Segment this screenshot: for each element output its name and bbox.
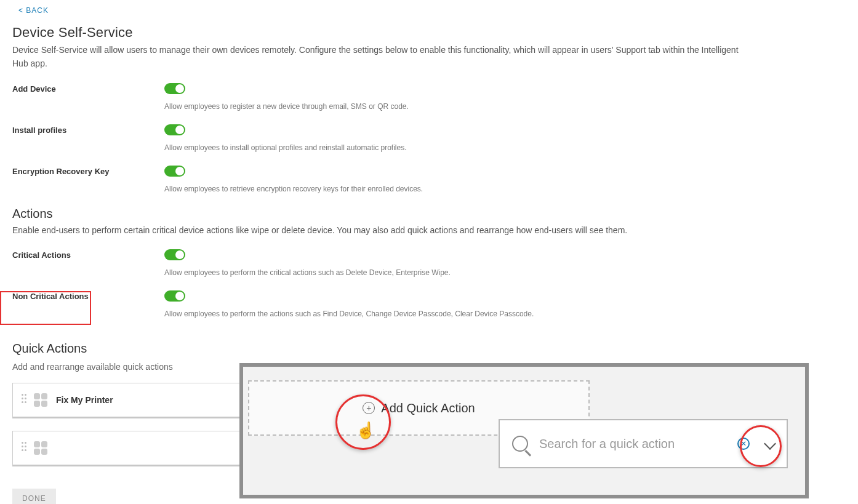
actions-description: Enable end-users to perform certain crit…	[12, 223, 751, 237]
setting-label: Install profiles	[12, 124, 164, 135]
plus-circle-icon: +	[363, 402, 375, 414]
chevron-down-icon[interactable]	[764, 438, 776, 450]
setting-critical-actions: Critical Actions Allow employees to perf…	[12, 249, 846, 277]
setting-label: Critical Actions	[12, 249, 164, 260]
toggle-encryption-recovery-key[interactable]	[164, 166, 185, 177]
setting-label: Add Device	[12, 83, 164, 94]
section-description: Device Self-Service will allow users to …	[12, 43, 751, 71]
toggle-add-device[interactable]	[164, 83, 185, 94]
setting-install-profiles: Install profiles Allow employees to inst…	[12, 124, 846, 152]
setting-help: Allow employees to perform the actions s…	[164, 310, 846, 318]
tiles-icon	[34, 393, 47, 407]
search-placeholder: Search for a quick action	[539, 437, 726, 451]
page: < BACK Device Self-Service Device Self-S…	[0, 0, 858, 504]
toggle-critical-actions[interactable]	[164, 249, 185, 260]
toggle-install-profiles[interactable]	[164, 124, 185, 135]
page-title: Device Self-Service	[12, 25, 846, 41]
back-link[interactable]: < BACK	[18, 6, 49, 15]
setting-label: Non Critical Actions	[12, 290, 164, 301]
toggle-non-critical-actions[interactable]	[164, 290, 185, 302]
card-label: Fix My Printer	[56, 395, 113, 405]
setting-add-device: Add Device Allow employees to register a…	[12, 83, 846, 111]
quick-action-search[interactable]: Search for a quick action ✕	[499, 419, 788, 468]
actions-title: Actions	[12, 207, 846, 221]
setting-help: Allow employees to install optional prof…	[164, 143, 846, 152]
quick-actions-title: Quick Actions	[12, 338, 93, 359]
drag-handle-icon[interactable]	[22, 442, 26, 454]
setting-non-critical-actions: Non Critical Actions Allow employees to …	[12, 290, 846, 318]
setting-help: Allow employees to retrieve encryption r…	[164, 185, 846, 193]
setting-help: Allow employees to perform the critical …	[164, 268, 846, 277]
callout-overlay: + Add Quick Action ☝ Search for a quick …	[239, 363, 809, 498]
setting-encryption-recovery-key: Encryption Recovery Key Allow employees …	[12, 166, 846, 193]
setting-help: Allow employees to register a new device…	[164, 102, 846, 111]
done-button[interactable]: DONE	[12, 489, 56, 504]
search-icon	[512, 436, 528, 452]
add-quick-action-label: Add Quick Action	[381, 401, 475, 415]
clear-icon[interactable]: ✕	[737, 438, 750, 450]
setting-label: Encryption Recovery Key	[12, 166, 164, 176]
tiles-icon	[34, 441, 47, 455]
drag-handle-icon[interactable]	[22, 394, 26, 406]
